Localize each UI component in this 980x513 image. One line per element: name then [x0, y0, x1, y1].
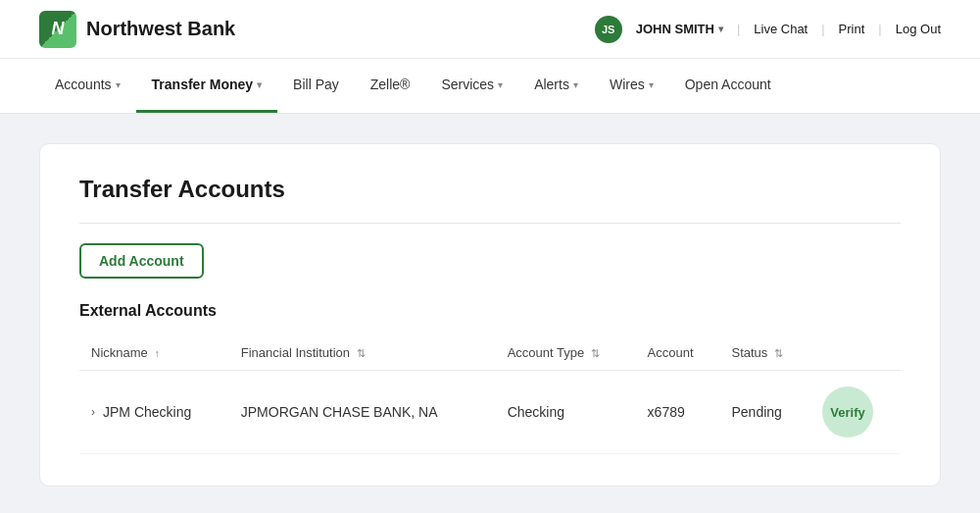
table-header: Nickname ↑ Financial Institution ⇅ Accou… — [79, 335, 901, 371]
add-account-button[interactable]: Add Account — [79, 243, 204, 279]
verify-button[interactable]: Verify — [822, 386, 873, 437]
page-title: Transfer Accounts — [79, 176, 901, 203]
nav-item-alerts[interactable]: Alerts ▾ — [518, 59, 594, 113]
transfer-money-chevron-icon: ▾ — [257, 79, 262, 90]
col-nickname: Nickname ↑ — [79, 335, 229, 371]
nav-item-bill-pay[interactable]: Bill Pay — [277, 59, 355, 113]
accounts-chevron-icon: ▾ — [116, 79, 121, 90]
user-name-button[interactable]: JOHN SMITH ▾ — [636, 22, 723, 36]
row-expand-chevron-icon[interactable]: › — [91, 405, 95, 419]
external-accounts-table: Nickname ↑ Financial Institution ⇅ Accou… — [79, 335, 901, 454]
divider-1: | — [737, 22, 740, 36]
external-accounts-heading: External Accounts — [79, 302, 901, 320]
print-link[interactable]: Print — [839, 22, 865, 36]
main-nav: Accounts ▾ Transfer Money ▾ Bill Pay Zel… — [0, 59, 980, 114]
nav-item-wires[interactable]: Wires ▾ — [594, 59, 669, 113]
nickname-sort-icon[interactable]: ↑ — [154, 347, 160, 359]
nav-item-accounts[interactable]: Accounts ▾ — [39, 59, 136, 113]
header-right: JS JOHN SMITH ▾ | Live Chat | Print | Lo… — [595, 16, 941, 43]
services-chevron-icon: ▾ — [498, 79, 503, 90]
main-content: Transfer Accounts Add Account External A… — [0, 114, 980, 513]
cell-account: x6789 — [636, 371, 720, 454]
wires-chevron-icon: ▾ — [649, 79, 654, 90]
table-row: › JPM Checking JPMORGAN CHASE BANK, NA C… — [79, 371, 901, 454]
status-sort-icon[interactable]: ⇅ — [774, 347, 783, 360]
live-chat-link[interactable]: Live Chat — [754, 22, 808, 36]
divider-2: | — [821, 22, 824, 36]
table-body: › JPM Checking JPMORGAN CHASE BANK, NA C… — [79, 371, 901, 454]
col-account: Account — [636, 335, 720, 371]
cell-financial-institution: JPMORGAN CHASE BANK, NA — [229, 371, 496, 454]
col-account-type: Account Type ⇅ — [496, 335, 636, 371]
site-header: N Northwest Bank JS JOHN SMITH ▾ | Live … — [0, 0, 980, 59]
fi-sort-icon[interactable]: ⇅ — [357, 347, 366, 360]
logout-link[interactable]: Log Out — [896, 22, 941, 36]
nav-item-transfer-money[interactable]: Transfer Money ▾ — [136, 59, 277, 113]
transfer-accounts-card: Transfer Accounts Add Account External A… — [39, 143, 941, 487]
cell-action: Verify — [810, 371, 901, 454]
col-action — [810, 335, 901, 371]
divider-3: | — [878, 22, 881, 36]
col-financial-institution: Financial Institution ⇅ — [229, 335, 496, 371]
logo-icon: N — [39, 11, 76, 48]
cell-account-type: Checking — [496, 371, 636, 454]
table-header-row: Nickname ↑ Financial Institution ⇅ Accou… — [79, 335, 901, 371]
avatar: JS — [595, 16, 622, 43]
user-menu-chevron-icon: ▾ — [718, 24, 723, 34]
col-status: Status ⇅ — [719, 335, 810, 371]
account-type-sort-icon[interactable]: ⇅ — [591, 347, 600, 360]
cell-status: Pending — [719, 371, 810, 454]
title-divider — [79, 223, 901, 224]
alerts-chevron-icon: ▾ — [573, 79, 578, 90]
bank-name: Northwest Bank — [86, 18, 235, 40]
nav-item-open-account[interactable]: Open Account — [669, 59, 787, 113]
cell-nickname: › JPM Checking — [79, 371, 229, 454]
nav-item-services[interactable]: Services ▾ — [425, 59, 518, 113]
logo-area: N Northwest Bank — [39, 11, 235, 48]
nav-item-zelle[interactable]: Zelle® — [355, 59, 426, 113]
